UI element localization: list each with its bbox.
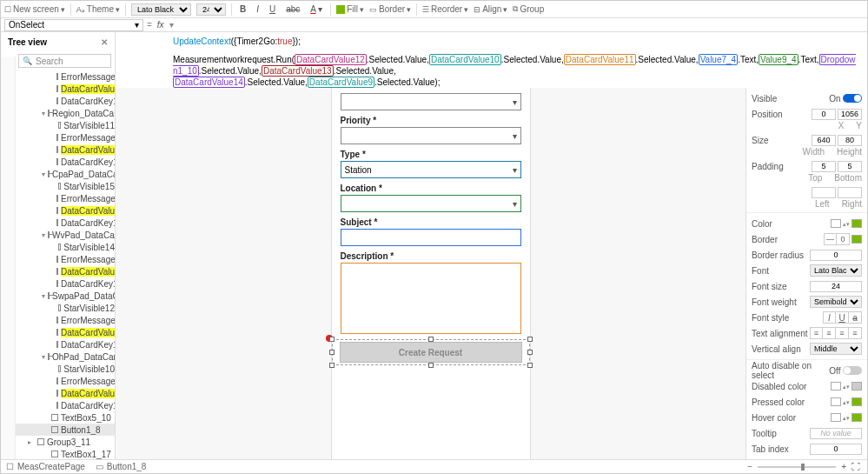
al-c[interactable]: ≡ <box>823 327 836 339</box>
tree-item[interactable]: ▾SwpaPad_DataCard2 <box>16 290 115 302</box>
fstyle-s[interactable]: a <box>849 311 862 324</box>
fill-btn[interactable]: Fill ▾ <box>336 4 364 14</box>
tree-item[interactable]: ▾WvPad_DataCard2 <box>16 229 115 241</box>
tree-item[interactable]: ▾Region_DataCard2 <box>16 107 115 119</box>
al-l[interactable]: ≡ <box>810 327 823 339</box>
tree-item[interactable]: ErrorMessage11 <box>16 314 115 326</box>
tree-item[interactable]: ▾CpaPad_DataCard2 <box>16 168 115 180</box>
font-weight[interactable]: Semibold <box>810 296 862 308</box>
border-radius[interactable] <box>810 250 862 261</box>
tree-item[interactable]: StarVisible15 <box>16 180 115 192</box>
subject-input[interactable] <box>341 229 521 246</box>
al-r[interactable]: ≡ <box>836 327 849 339</box>
fontsize-select[interactable]: 24 <box>196 3 226 16</box>
zoom-slider[interactable] <box>758 466 836 468</box>
tree-item[interactable]: DataCardKey19 <box>16 217 115 229</box>
pad-t[interactable] <box>812 161 836 172</box>
underline-btn[interactable]: U <box>267 4 278 14</box>
align-btn[interactable]: ⊟ Align ▾ <box>474 4 507 14</box>
field-top[interactable]: ▾ <box>341 93 521 110</box>
tree-item[interactable]: DataCardKey15 <box>16 277 115 290</box>
pos-y[interactable] <box>838 109 862 120</box>
border-color[interactable] <box>851 235 862 244</box>
breadcrumb-screen[interactable]: ☐ MeasCreatePage <box>6 462 85 471</box>
tree-item[interactable]: ▸Group3_11 <box>16 436 115 448</box>
type-dropdown[interactable]: Station▾ <box>341 161 521 178</box>
tree-item[interactable]: TextBox5_10 <box>16 411 115 424</box>
tree-item[interactable]: ErrorMessage13 <box>16 253 115 265</box>
border-btn[interactable]: ▭ Border ▾ <box>369 4 411 14</box>
design-canvas[interactable]: ▾ Priority * ▾ Type * Station▾ Location … <box>116 88 745 459</box>
tree-item[interactable]: DataCardValue10 <box>16 144 115 156</box>
group-btn[interactable]: ⧉ Group <box>513 4 544 14</box>
tree-item[interactable]: TextBox1_17 <box>16 448 115 459</box>
pos-x[interactable] <box>812 109 836 120</box>
tree-item[interactable]: DataCardKey11 <box>16 156 115 168</box>
tree-item[interactable]: StarVisible14 <box>16 241 115 253</box>
tree-item[interactable]: ErrorMessage12 <box>16 70 115 83</box>
font-dd[interactable]: Lato Black <box>810 264 862 277</box>
location-dropdown[interactable]: ▾ <box>341 195 521 212</box>
theme-btn[interactable]: Aₐ Theme ▾ <box>76 4 120 14</box>
tree-item[interactable]: Button1_8 <box>16 424 115 436</box>
tree-item[interactable]: DataCardKey10 <box>16 399 115 411</box>
tree-item[interactable]: ▾OhPad_DataCard2 <box>16 350 115 363</box>
zoom-fit[interactable]: ⛶ <box>851 462 860 471</box>
property-dropdown[interactable]: OnSelect▾ <box>4 19 143 31</box>
description-input[interactable] <box>341 263 521 334</box>
border-style[interactable]: — <box>824 233 837 245</box>
fstyle-u[interactable]: U <box>836 311 849 324</box>
dcolor-fg[interactable] <box>831 382 841 391</box>
font-select[interactable]: Lato Black <box>131 3 191 16</box>
tree-item[interactable]: StarVisible10 <box>16 363 115 375</box>
tabindex-input[interactable] <box>810 444 862 455</box>
font-size[interactable] <box>810 281 862 292</box>
visible-toggle[interactable] <box>843 94 862 103</box>
tree-item[interactable]: DataCardValue9 <box>16 387 115 399</box>
tree-item[interactable]: DataCardValue11 <box>16 326 115 338</box>
border-width[interactable]: 0 <box>837 233 850 245</box>
tooltip-input[interactable] <box>810 428 862 439</box>
tree-item[interactable]: DataCardValue14 <box>16 204 115 217</box>
strike-btn[interactable]: abc <box>283 4 302 14</box>
hcolor-bg[interactable] <box>851 413 862 422</box>
tree-item[interactable]: ErrorMessage10 <box>16 131 115 144</box>
prop-visible: Visible <box>752 94 829 103</box>
hcolor-fg[interactable] <box>831 413 841 422</box>
pad-b[interactable] <box>838 161 862 172</box>
zoom-out[interactable]: − <box>747 462 752 471</box>
pad-l[interactable] <box>812 187 836 198</box>
pcolor-bg[interactable] <box>851 397 862 406</box>
fstyle-i[interactable]: I <box>823 311 836 324</box>
tree-item[interactable]: DataCardKey13 <box>16 95 115 107</box>
italic-btn[interactable]: I <box>254 4 262 14</box>
valign-dd[interactable]: Middle <box>810 343 862 355</box>
tree-item[interactable]: ErrorMessage14 <box>16 192 115 204</box>
dcolor-bg[interactable] <box>851 382 862 391</box>
bold-btn[interactable]: B <box>237 4 248 14</box>
breadcrumb-control[interactable]: ▭ Button1_8 <box>96 462 147 471</box>
pcolor-fg[interactable] <box>831 397 841 406</box>
size-h[interactable] <box>838 135 862 146</box>
create-request-button[interactable]: Create Request <box>340 342 522 363</box>
close-icon[interactable]: ✕ <box>101 37 108 47</box>
zoom-in[interactable]: + <box>841 462 846 471</box>
tree-item[interactable]: StarVisible11 <box>16 119 115 131</box>
tree-item[interactable]: DataCardValue12 <box>16 83 115 95</box>
tree-item[interactable]: StarVisible12 <box>16 302 115 314</box>
fontcolor-btn[interactable]: A ▾ <box>308 4 325 14</box>
autodisable-toggle[interactable] <box>843 366 862 375</box>
al-j[interactable]: ≡ <box>849 327 862 339</box>
size-w[interactable] <box>812 135 836 146</box>
color-fg[interactable] <box>831 219 841 228</box>
new-screen-btn[interactable]: ☐ New screen ▾ <box>4 4 65 14</box>
priority-label: Priority * <box>341 116 521 125</box>
tree-item[interactable]: ErrorMessage9 <box>16 375 115 387</box>
color-bg[interactable] <box>851 219 862 228</box>
tree-item[interactable]: DataCardKey12 <box>16 338 115 350</box>
priority-dropdown[interactable]: ▾ <box>341 127 521 144</box>
tree-search[interactable]: 🔍 Search <box>18 54 111 68</box>
pad-r[interactable] <box>838 187 862 198</box>
tree-item[interactable]: DataCardValue13 <box>16 265 115 277</box>
reorder-btn[interactable]: ☰ Reorder ▾ <box>422 4 468 14</box>
